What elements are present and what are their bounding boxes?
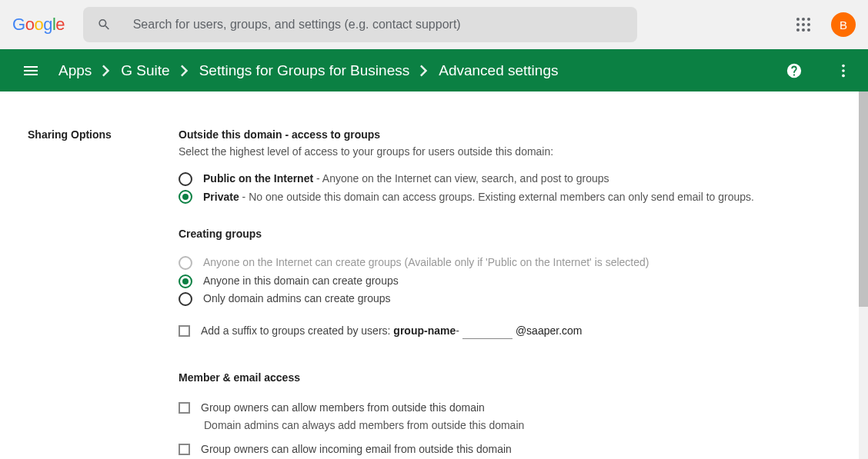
svg-point-4 bbox=[802, 23, 805, 26]
content-area: Sharing Options Outside this domain - ac… bbox=[0, 91, 868, 459]
option-anyone-internet-create: Anyone on the Internet can create groups… bbox=[179, 255, 825, 271]
search-icon bbox=[97, 17, 112, 32]
top-header: Google B bbox=[0, 0, 868, 49]
radio-anyone-domain-create[interactable] bbox=[179, 274, 192, 288]
svg-point-7 bbox=[802, 28, 805, 32]
account-avatar[interactable]: B bbox=[831, 12, 856, 37]
option-note: (Available only if 'Public on the Intern… bbox=[402, 256, 649, 268]
heading-outside-domain: Outside this domain - access to groups bbox=[179, 128, 825, 141]
option-allow-outside-email[interactable]: Group owners can allow incoming email fr… bbox=[179, 442, 825, 457]
breadcrumb-apps[interactable]: Apps bbox=[58, 62, 92, 79]
checkbox-allow-outside-email[interactable] bbox=[179, 444, 190, 455]
option-label: Public on the Internet bbox=[203, 172, 313, 185]
chevron-right-icon bbox=[102, 65, 110, 77]
breadcrumb-gsuite[interactable]: G Suite bbox=[121, 62, 169, 79]
option-desc: - No one outside this domain can access … bbox=[239, 191, 754, 203]
option-desc: - Anyone on the Internet can view, searc… bbox=[313, 172, 609, 185]
heading-member-email-access: Member & email access bbox=[179, 371, 825, 384]
chevron-right-icon bbox=[420, 65, 428, 77]
radio-public-internet[interactable] bbox=[179, 172, 192, 186]
breadcrumb-bar: Apps G Suite Settings for Groups for Bus… bbox=[0, 49, 868, 91]
suffix-domain: @saaper.com bbox=[516, 324, 583, 337]
apps-launcher-icon[interactable] bbox=[794, 15, 813, 34]
option-only-admins-create[interactable]: Only domain admins can create groups bbox=[179, 291, 825, 307]
search-input[interactable] bbox=[133, 18, 623, 32]
suffix-input[interactable] bbox=[462, 324, 512, 339]
svg-point-0 bbox=[796, 18, 800, 21]
svg-point-5 bbox=[807, 23, 810, 26]
option-add-suffix[interactable]: Add a suffix to groups created by users:… bbox=[179, 324, 825, 339]
suffix-label: Add a suffix to groups created by users: bbox=[201, 324, 393, 337]
radio-private[interactable] bbox=[179, 190, 192, 204]
option-label: Anyone in this domain can create groups bbox=[203, 274, 399, 287]
svg-point-3 bbox=[796, 23, 800, 26]
help-icon[interactable] bbox=[785, 62, 803, 80]
breadcrumb-advanced[interactable]: Advanced settings bbox=[439, 62, 558, 79]
option-anyone-domain-create[interactable]: Anyone in this domain can create groups bbox=[179, 274, 825, 289]
option-public-internet[interactable]: Public on the Internet - Anyone on the I… bbox=[179, 171, 825, 187]
section-title-sharing-options: Sharing Options bbox=[28, 128, 179, 459]
option-sub-note: Domain admins can always add members fro… bbox=[204, 419, 825, 431]
svg-point-10 bbox=[842, 69, 845, 72]
more-vert-icon[interactable] bbox=[834, 62, 853, 80]
svg-point-6 bbox=[796, 28, 800, 32]
radio-anyone-internet-create bbox=[179, 256, 192, 270]
menu-icon[interactable] bbox=[22, 62, 40, 80]
radio-only-admins-create[interactable] bbox=[179, 292, 192, 306]
svg-point-8 bbox=[807, 28, 810, 32]
option-allow-outside-members[interactable]: Group owners can allow members from outs… bbox=[179, 401, 825, 416]
checkbox-add-suffix[interactable] bbox=[179, 325, 190, 337]
google-logo[interactable]: Google bbox=[12, 15, 65, 35]
svg-point-11 bbox=[842, 74, 845, 77]
checkbox-allow-outside-members[interactable] bbox=[179, 402, 190, 414]
option-label: Anyone on the Internet can create groups bbox=[203, 256, 402, 268]
option-label: Only domain admins can create groups bbox=[203, 292, 391, 304]
suffix-groupname: group-name bbox=[393, 324, 456, 337]
option-label: Group owners can allow members from outs… bbox=[201, 401, 485, 414]
option-private[interactable]: Private - No one outside this domain can… bbox=[179, 190, 825, 205]
subheading-outside-domain: Select the highest level of access to yo… bbox=[179, 145, 825, 158]
svg-point-9 bbox=[842, 64, 845, 67]
settings-form: Outside this domain - access to groups S… bbox=[179, 128, 825, 459]
option-label: Private bbox=[203, 191, 239, 203]
svg-point-2 bbox=[807, 18, 810, 21]
breadcrumb: Apps G Suite Settings for Groups for Bus… bbox=[58, 62, 558, 79]
heading-creating-groups: Creating groups bbox=[179, 228, 825, 240]
breadcrumb-settings-groups[interactable]: Settings for Groups for Business bbox=[199, 62, 410, 79]
svg-point-1 bbox=[802, 18, 805, 21]
scrollbar-thumb[interactable] bbox=[859, 91, 868, 307]
search-bar[interactable] bbox=[83, 7, 637, 42]
option-label: Group owners can allow incoming email fr… bbox=[201, 443, 512, 455]
chevron-right-icon bbox=[181, 65, 189, 77]
